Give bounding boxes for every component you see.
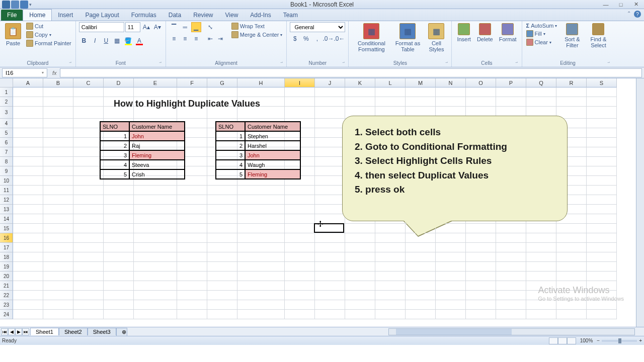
increase-decimal-button[interactable]: .0→ xyxy=(323,34,333,44)
row-header-24[interactable]: 24 xyxy=(0,310,13,319)
maximize-button[interactable]: □ xyxy=(615,1,627,8)
save-icon[interactable] xyxy=(2,1,10,9)
col-header-M[interactable]: M xyxy=(406,78,436,87)
col-header-B[interactable]: B xyxy=(43,78,73,87)
vertical-scrollbar[interactable] xyxy=(636,78,644,327)
align-left-button[interactable]: ≡ xyxy=(169,34,179,44)
undo-icon[interactable] xyxy=(11,1,19,9)
comma-button[interactable]: , xyxy=(312,34,322,44)
tab-insert[interactable]: Insert xyxy=(52,10,79,21)
tab-home[interactable]: Home xyxy=(23,9,52,21)
grow-font-button[interactable]: A▴ xyxy=(141,22,151,32)
bold-button[interactable]: B xyxy=(79,36,89,46)
border-button[interactable]: ▦ xyxy=(112,36,122,46)
autosum-button[interactable]: ΣAutoSum▾ xyxy=(525,22,558,29)
row-header-17[interactable]: 17 xyxy=(0,243,13,252)
row-header-23[interactable]: 23 xyxy=(0,300,13,310)
sheet-nav-prev[interactable]: ◀ xyxy=(8,328,15,335)
sheet-nav-next[interactable]: ▶ xyxy=(15,328,22,335)
align-top-button[interactable]: ▔ xyxy=(169,22,179,32)
normal-view-button[interactable] xyxy=(549,337,558,344)
row-header-5[interactable]: 5 xyxy=(0,128,13,138)
tab-page-layout[interactable]: Page Layout xyxy=(79,10,125,21)
font-size-select[interactable] xyxy=(125,22,140,32)
sheet-nav-last[interactable]: ⏭ xyxy=(22,328,29,335)
fill-button[interactable]: Fill▾ xyxy=(525,30,558,38)
tab-addins[interactable]: Add-Ins xyxy=(244,10,277,21)
col-header-S[interactable]: S xyxy=(587,78,617,87)
clear-button[interactable]: Clear▾ xyxy=(525,38,558,46)
col-header-A[interactable]: A xyxy=(13,78,43,87)
paste-button[interactable]: 📋 Paste xyxy=(3,22,23,47)
col-header-F[interactable]: F xyxy=(177,78,207,87)
row-header-6[interactable]: 6 xyxy=(0,138,13,147)
merge-center-button[interactable]: Merge & Center▾ xyxy=(230,31,284,39)
row-header-19[interactable]: 19 xyxy=(0,262,13,272)
row-header-4[interactable]: 4 xyxy=(0,119,13,128)
increase-indent-button[interactable]: ⇥ xyxy=(215,34,225,44)
row-header-8[interactable]: 8 xyxy=(0,157,13,166)
file-tab[interactable]: File xyxy=(1,10,23,21)
italic-button[interactable]: I xyxy=(90,36,100,46)
tab-team[interactable]: Team xyxy=(277,10,304,21)
col-header-K[interactable]: K xyxy=(345,78,375,87)
zoom-percent[interactable]: 100% xyxy=(580,338,593,343)
callout-shape[interactable]: 1. Select both cells 2. Goto to Conditio… xyxy=(342,116,568,221)
select-all-corner[interactable] xyxy=(0,78,13,87)
col-header-I[interactable]: I xyxy=(285,78,315,87)
find-select-button[interactable]: Find & Select xyxy=(586,22,610,49)
close-button[interactable]: ✕ xyxy=(630,1,642,8)
row-header-12[interactable]: 12 xyxy=(0,195,13,205)
col-header-P[interactable]: P xyxy=(496,78,526,87)
row-header-22[interactable]: 22 xyxy=(0,291,13,300)
sheet-tab-1[interactable]: Sheet1 xyxy=(30,328,59,335)
number-format-select[interactable]: General xyxy=(290,22,345,32)
sheet-tab-2[interactable]: Sheet2 xyxy=(59,328,88,335)
row-header-3[interactable]: 3 xyxy=(0,107,13,119)
cell-styles-button[interactable]: ▦Cell Styles xyxy=(424,22,448,53)
row-header-1[interactable]: 1 xyxy=(0,87,13,97)
zoom-slider[interactable] xyxy=(602,340,637,342)
currency-button[interactable]: $ xyxy=(290,34,300,44)
col-header-O[interactable]: O xyxy=(466,78,496,87)
wrap-text-button[interactable]: Wrap Text xyxy=(230,22,284,30)
zoom-in-button[interactable]: + xyxy=(639,338,642,343)
page-break-view-button[interactable] xyxy=(567,337,576,344)
align-center-button[interactable]: ≡ xyxy=(180,34,190,44)
redo-icon[interactable] xyxy=(20,1,28,9)
minimize-button[interactable]: — xyxy=(600,1,612,8)
row-header-7[interactable]: 7 xyxy=(0,147,13,157)
minimize-ribbon-icon[interactable]: ⌃ xyxy=(627,11,631,18)
col-header-Q[interactable]: Q xyxy=(526,78,556,87)
col-header-L[interactable]: L xyxy=(375,78,406,87)
delete-cells-button[interactable]: Delete xyxy=(475,22,495,43)
sheet-tab-3[interactable]: Sheet3 xyxy=(88,328,116,335)
align-middle-button[interactable]: ═ xyxy=(180,22,190,32)
align-bottom-button[interactable]: ▁ xyxy=(191,22,201,32)
row-header-16[interactable]: 16 xyxy=(0,233,13,243)
format-painter-button[interactable]: Format Painter xyxy=(25,39,72,47)
font-color-button[interactable]: A xyxy=(134,36,144,46)
sheet-nav-first[interactable]: ⏮ xyxy=(1,328,8,335)
col-header-H[interactable]: H xyxy=(237,78,285,87)
row-header-9[interactable]: 9 xyxy=(0,166,13,176)
tab-data[interactable]: Data xyxy=(163,10,187,21)
format-as-table-button[interactable]: ▦Format as Table xyxy=(393,22,422,53)
sort-filter-button[interactable]: Sort & Filter xyxy=(560,22,584,49)
orientation-button[interactable]: ⤡ xyxy=(205,22,215,32)
row-header-14[interactable]: 14 xyxy=(0,214,13,224)
align-right-button[interactable]: ≡ xyxy=(191,34,201,44)
row-header-20[interactable]: 20 xyxy=(0,272,13,281)
col-header-N[interactable]: N xyxy=(436,78,466,87)
decrease-decimal-button[interactable]: .0← xyxy=(334,34,344,44)
underline-button[interactable]: U xyxy=(101,36,111,46)
new-sheet-button[interactable]: ⊕ xyxy=(116,328,127,336)
insert-cells-button[interactable]: Insert xyxy=(455,22,473,43)
decrease-indent-button[interactable]: ⇤ xyxy=(205,34,215,44)
tab-view[interactable]: View xyxy=(219,10,245,21)
col-header-D[interactable]: D xyxy=(104,78,134,87)
row-header-18[interactable]: 18 xyxy=(0,252,13,262)
percent-button[interactable]: % xyxy=(301,34,311,44)
col-header-E[interactable]: E xyxy=(134,78,177,87)
name-box[interactable]: I16▾ xyxy=(2,68,47,77)
